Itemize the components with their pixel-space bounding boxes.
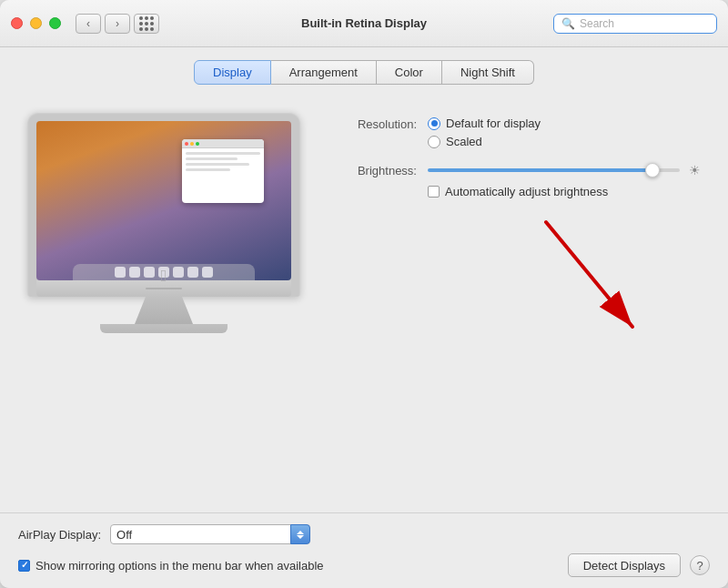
screen-line: [186, 163, 249, 166]
dock-icon: [129, 267, 140, 278]
red-arrow-icon: [537, 213, 646, 340]
airplay-row: AirPlay Display: Off On: [18, 524, 710, 544]
brightness-label: Brightness:: [337, 163, 428, 177]
show-mirroring: ✓ Show mirroring options in the menu bar…: [18, 559, 324, 573]
chevron-right-icon: ›: [116, 17, 119, 30]
screen-window: [182, 139, 264, 203]
monitor-preview: : [27, 103, 309, 512]
resolution-label: Resolution:: [337, 117, 428, 131]
tab-night-shift[interactable]: Night Shift: [442, 60, 534, 85]
screen-minimize: [190, 142, 194, 146]
forward-button[interactable]: ›: [105, 14, 130, 34]
dock-icon: [173, 267, 184, 278]
arrow-annotation: [337, 213, 701, 359]
settings-section: Resolution: Default for display Scaled: [337, 103, 701, 512]
resolution-control: Default for display Scaled: [428, 117, 701, 148]
brightness-slider-track[interactable]: [428, 168, 680, 172]
bottom-bar: AirPlay Display: Off On ✓ Show mirroring…: [0, 512, 728, 588]
search-box[interactable]: 🔍: [553, 14, 717, 34]
bottom-buttons: Detect Displays ?: [568, 553, 710, 577]
bottom-row: ✓ Show mirroring options in the menu bar…: [18, 553, 710, 577]
tabs-bar: Display Arrangement Color Night Shift: [0, 47, 728, 94]
grid-icon: [139, 16, 154, 31]
auto-brightness-checkbox[interactable]: [428, 186, 440, 198]
tab-display[interactable]: Display: [194, 60, 271, 85]
brightness-max-icon: ☀: [689, 163, 701, 177]
monitor-screen: [36, 121, 291, 280]
airplay-label: AirPlay Display:: [18, 528, 101, 542]
search-icon: 🔍: [561, 17, 575, 30]
chevron-down-icon: [297, 535, 304, 539]
screen-maximize: [196, 142, 199, 146]
svg-line-1: [546, 222, 632, 327]
dock-icon: [144, 267, 155, 278]
monitor-chin-line: [146, 288, 182, 289]
apps-grid-button[interactable]: [134, 14, 159, 34]
screen-window-titlebar: [182, 139, 264, 148]
screen-line: [186, 168, 230, 171]
detect-displays-button[interactable]: Detect Displays: [568, 553, 681, 577]
tab-color[interactable]: Color: [377, 60, 442, 85]
brightness-slider-row: ☀: [428, 163, 701, 177]
minimize-button[interactable]: [30, 17, 42, 29]
dock-icon: [115, 267, 126, 278]
main-content:  Resolution: Default for dis: [0, 94, 728, 512]
auto-brightness-row: Automatically adjust brightness: [428, 185, 701, 198]
back-button[interactable]: ‹: [76, 14, 101, 34]
monitor-wrapper: : [27, 112, 300, 333]
screen-window-body: [182, 148, 264, 177]
radio-scaled[interactable]: [428, 136, 440, 148]
help-button[interactable]: ?: [690, 555, 710, 575]
screen-close: [185, 142, 188, 146]
traffic-lights: [11, 17, 61, 29]
search-input[interactable]: [580, 17, 709, 30]
brightness-slider-thumb[interactable]: [645, 163, 660, 177]
resolution-radio-group: Default for display Scaled: [428, 117, 701, 148]
close-button[interactable]: [11, 17, 23, 29]
resolution-option-scaled[interactable]: Scaled: [428, 135, 701, 148]
system-preferences-window: ‹ › Built-in Retina Display 🔍 Display Ar…: [0, 0, 728, 588]
apple-logo: : [161, 267, 167, 286]
nav-buttons: ‹ ›: [76, 14, 130, 34]
maximize-button[interactable]: [49, 17, 61, 29]
dock-icon: [187, 267, 198, 278]
dock-icon: [202, 267, 213, 278]
window-title: Built-in Retina Display: [301, 16, 427, 30]
monitor-stand: [127, 297, 200, 324]
airplay-select[interactable]: Off On: [110, 524, 310, 544]
titlebar: ‹ › Built-in Retina Display 🔍: [0, 0, 728, 47]
screen-line: [186, 157, 238, 160]
brightness-control: ☀ Automatically adjust brightness: [428, 163, 701, 198]
resolution-row: Resolution: Default for display Scaled: [337, 117, 701, 148]
screen-line: [186, 152, 260, 155]
select-arrow-button[interactable]: [290, 524, 310, 544]
checkmark-icon: ✓: [21, 561, 28, 570]
tab-arrangement[interactable]: Arrangement: [271, 60, 377, 85]
radio-inner: [431, 120, 438, 127]
chevron-up-icon: [297, 531, 304, 534]
resolution-option-default[interactable]: Default for display: [428, 117, 701, 130]
mirroring-checkbox[interactable]: ✓: [18, 560, 30, 572]
brightness-row: Brightness: ☀ Automatically adjust brigh…: [337, 163, 701, 198]
airplay-select-wrapper: Off On: [110, 524, 310, 544]
radio-default[interactable]: [428, 117, 440, 130]
resolution-default-label: Default for display: [446, 117, 541, 130]
resolution-scaled-label: Scaled: [446, 135, 482, 148]
chevron-left-icon: ‹: [86, 17, 90, 30]
monitor-base: [100, 324, 228, 333]
mirroring-label: Show mirroring options in the menu bar w…: [35, 559, 324, 573]
auto-brightness-label: Automatically adjust brightness: [445, 185, 608, 198]
